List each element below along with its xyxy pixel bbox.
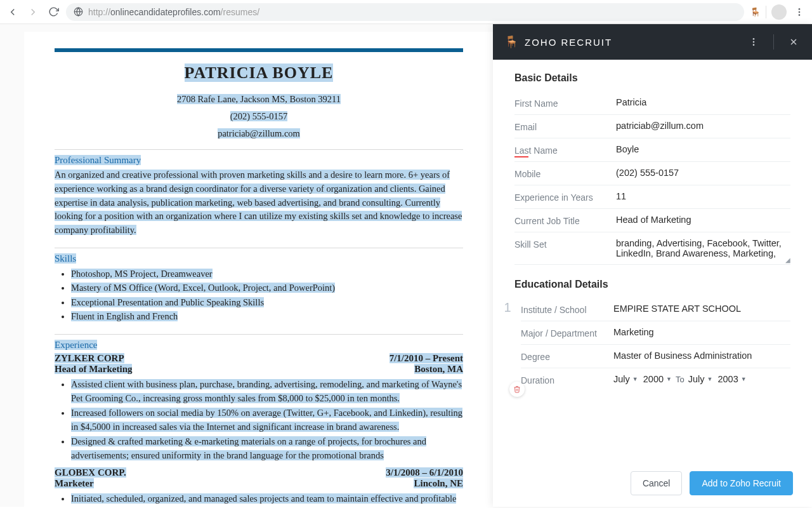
svg-point-6 bbox=[753, 41, 755, 43]
first-name-input[interactable] bbox=[616, 97, 790, 107]
duration-label: Duration bbox=[521, 374, 613, 385]
job-row: ZYLKER CORP 7/1/2010 – Present bbox=[55, 353, 463, 364]
close-button[interactable] bbox=[787, 35, 801, 49]
experience-heading: Experience bbox=[55, 340, 463, 351]
globe-icon bbox=[74, 7, 83, 17]
panel-menu-button[interactable] bbox=[747, 35, 761, 49]
experience-input[interactable] bbox=[616, 191, 790, 201]
chevron-down-icon: ▼ bbox=[666, 376, 672, 382]
chevron-down-icon: ▼ bbox=[632, 376, 638, 382]
zoho-logo-icon: 🪑 bbox=[504, 35, 518, 49]
url-text: http://onlinecandidateprofiles.com/resum… bbox=[88, 7, 259, 17]
resize-handle-icon[interactable]: ◢ bbox=[785, 257, 790, 264]
panel-footer: Cancel Add to Zoho Recruit bbox=[493, 462, 812, 507]
email-input[interactable] bbox=[616, 121, 790, 131]
svg-point-7 bbox=[753, 44, 755, 46]
extension-icon[interactable]: 🪑 bbox=[749, 6, 761, 18]
trash-icon bbox=[513, 385, 521, 393]
reload-button[interactable] bbox=[46, 4, 61, 20]
summary-body: An organized and creative professional w… bbox=[55, 168, 463, 237]
job-title-input[interactable] bbox=[616, 215, 790, 225]
back-button[interactable] bbox=[5, 4, 20, 20]
job-row: GLOBEX CORP. 3/1/2008 – 6/1/2010 bbox=[55, 467, 463, 478]
institute-input[interactable] bbox=[613, 304, 790, 314]
profile-avatar[interactable] bbox=[771, 4, 787, 20]
chevron-down-icon: ▼ bbox=[741, 376, 747, 382]
chevron-down-icon: ▼ bbox=[707, 376, 713, 382]
resume-name: PATRICIA BOYLE bbox=[55, 64, 463, 83]
browser-toolbar: http://onlinecandidateprofiles.com/resum… bbox=[0, 0, 812, 24]
job-title-label: Current Job Title bbox=[514, 215, 616, 226]
degree-label: Degree bbox=[521, 351, 613, 362]
svg-point-4 bbox=[799, 14, 801, 16]
skillset-input[interactable]: branding, Advertising, Facebook, Twitter… bbox=[616, 238, 790, 258]
cancel-button[interactable]: Cancel bbox=[631, 471, 683, 495]
last-name-label: Last Name bbox=[514, 144, 616, 156]
panel-header: 🪑 ZOHO RECRUIT bbox=[493, 24, 812, 60]
to-year-select[interactable]: 2003▼ bbox=[717, 374, 746, 384]
resume-document: PATRICIA BOYLE 2708 Rafe Lane, Jackson M… bbox=[24, 32, 494, 508]
job-subrow: Marketer Lincoln, NE bbox=[55, 478, 463, 489]
degree-input[interactable] bbox=[613, 351, 790, 361]
major-input[interactable] bbox=[613, 327, 790, 337]
education-entry: 1 Institute / School Major / Department … bbox=[514, 298, 790, 391]
svg-point-5 bbox=[753, 38, 755, 40]
delete-education-button[interactable] bbox=[509, 382, 525, 397]
panel-body: Basic Details First Name Email Last Name… bbox=[493, 60, 812, 462]
skills-list: Photoshop, MS Project, Dreamweaver Maste… bbox=[55, 267, 463, 324]
institute-label: Institute / School bbox=[521, 304, 613, 315]
address-bar[interactable]: http://onlinecandidateprofiles.com/resum… bbox=[66, 3, 744, 21]
svg-point-2 bbox=[799, 8, 801, 10]
forward-button[interactable] bbox=[25, 4, 41, 20]
education-heading: Educational Details bbox=[514, 279, 790, 290]
zoho-recruit-panel: 🪑 ZOHO RECRUIT Basic Details First Name … bbox=[493, 24, 812, 507]
mobile-label: Mobile bbox=[514, 168, 616, 179]
from-year-select[interactable]: 2000▼ bbox=[643, 374, 672, 384]
resume-contact: 2708 Rafe Lane, Jackson MS, Boston 39211… bbox=[55, 94, 463, 139]
job-subrow: Head of Marketing Boston, MA bbox=[55, 364, 463, 375]
to-month-select[interactable]: July▼ bbox=[688, 374, 713, 384]
last-name-input[interactable] bbox=[616, 144, 790, 154]
to-label: To bbox=[676, 375, 684, 384]
add-to-zoho-button[interactable]: Add to Zoho Recruit bbox=[690, 471, 793, 495]
email-label: Email bbox=[514, 121, 616, 132]
skillset-label: Skill Set bbox=[514, 238, 616, 250]
education-index: 1 bbox=[502, 298, 513, 391]
browser-menu-button[interactable] bbox=[792, 4, 807, 20]
mobile-input[interactable] bbox=[616, 168, 790, 178]
first-name-label: First Name bbox=[514, 97, 616, 109]
job-bullets: Assisted client with business plan, purc… bbox=[55, 377, 463, 463]
basic-details-heading: Basic Details bbox=[514, 72, 790, 84]
panel-title: ZOHO RECRUIT bbox=[525, 37, 612, 48]
resume-header-bar bbox=[55, 48, 463, 52]
summary-heading: Professional Summary bbox=[55, 155, 463, 166]
experience-label: Experience in Years bbox=[514, 191, 616, 203]
job-bullets: Initiated, scheduled, organized, and man… bbox=[55, 491, 463, 508]
from-month-select[interactable]: July▼ bbox=[613, 374, 638, 384]
major-label: Major / Department bbox=[521, 327, 613, 338]
page-content: PATRICIA BOYLE 2708 Rafe Lane, Jackson M… bbox=[0, 24, 812, 507]
svg-point-3 bbox=[799, 11, 801, 13]
skills-heading: Skills bbox=[55, 253, 463, 264]
